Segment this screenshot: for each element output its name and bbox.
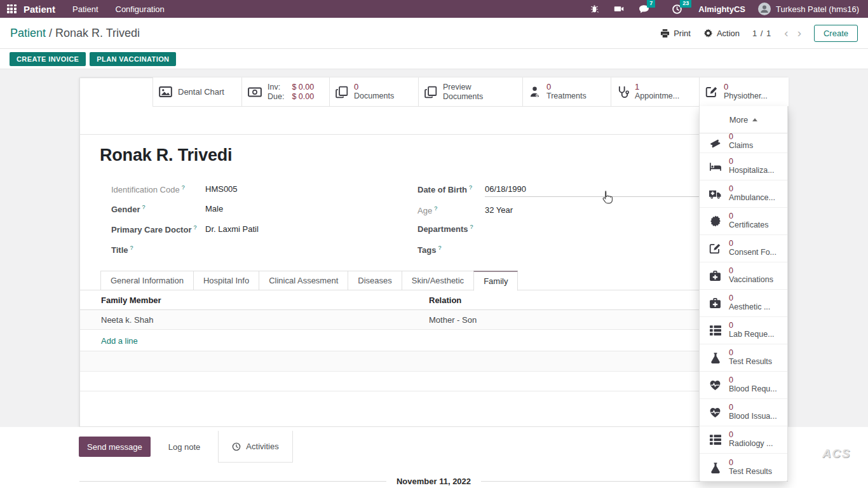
more-toggle-button[interactable]: More <box>700 106 787 133</box>
help-icon: ? <box>130 245 133 251</box>
pager-nav: ‹ › <box>784 29 801 37</box>
bed-icon <box>709 162 722 172</box>
more-item-consent-forms[interactable]: 0Consent Fo... <box>700 235 787 262</box>
field-label-age: Age? <box>417 205 437 215</box>
field-label-tags: Tags? <box>417 245 441 255</box>
tab-family[interactable]: Family <box>473 271 518 291</box>
appointments-button[interactable]: 1 Appointme... <box>611 78 699 107</box>
pager-next-icon[interactable]: › <box>797 29 801 37</box>
caret-up-icon <box>752 118 757 121</box>
stat-button-box: Dental Chart Inv:$ 0.00 Due:$ 0.00 0 Doc… <box>153 78 788 107</box>
activities-clock-icon[interactable]: 23 <box>672 4 682 15</box>
ambulance-icon <box>709 189 722 200</box>
app-name[interactable]: Patient <box>24 4 55 15</box>
treatments-label: Treatments <box>546 92 587 101</box>
more-item-blood-issuance[interactable]: 0Blood Issua... <box>700 399 787 426</box>
more-item-test-results[interactable]: 0Test Results <box>700 344 787 372</box>
preview-documents-button[interactable]: Preview Documents <box>418 78 522 107</box>
add-a-line-link[interactable]: Add a line <box>101 336 138 346</box>
tab-hospital-info[interactable]: Hospital Info <box>193 271 259 290</box>
field-value-primary-care-doctor[interactable]: Dr. Laxmi Patil <box>205 224 259 234</box>
messages-icon[interactable]: 7 <box>639 4 649 15</box>
family-table-row[interactable]: Neeta k. Shah Mother - Son <box>80 310 787 330</box>
more-item-test-results-2[interactable]: 0Test Results <box>700 454 787 481</box>
menu-patient[interactable]: Patient <box>72 4 98 14</box>
list-icon <box>709 325 722 336</box>
cell-relation[interactable]: Mother - Son <box>429 315 477 325</box>
menu-configuration[interactable]: Configuration <box>116 4 165 14</box>
appointments-count: 1 <box>635 83 679 92</box>
more-item-lab-requests[interactable]: 0Lab Reque... <box>700 317 787 344</box>
video-camera-icon[interactable] <box>614 4 624 14</box>
more-item-radiology[interactable]: 0Radiology ... <box>700 426 787 454</box>
column-family-member[interactable]: Family Member <box>101 295 161 305</box>
patient-form-page: { "colors": { "brand_purple": "#64405a",… <box>0 0 868 488</box>
schedule-activity-button[interactable]: Activities <box>218 431 292 463</box>
heartbeat-icon <box>709 380 722 391</box>
button-box-divider <box>80 134 787 135</box>
more-item-certificates[interactable]: 0Certificates <box>700 208 787 235</box>
help-icon: ? <box>469 184 472 191</box>
treatments-count: 0 <box>546 83 587 92</box>
family-table-header: Family Member Relation <box>80 290 787 310</box>
image-icon <box>159 85 172 98</box>
user-menu[interactable]: Turkesh Patel (hms16) <box>776 4 859 14</box>
physiotherapy-label: Physiother... <box>724 92 768 101</box>
date-divider-label: November 11, 2022 <box>397 477 471 486</box>
field-label-title: Title? <box>111 245 133 255</box>
tab-diseases[interactable]: Diseases <box>348 271 402 290</box>
control-panel: Patient / Ronak R. Trivedi Print Action … <box>0 18 868 49</box>
empty-table-row <box>80 372 787 391</box>
physiotherapy-button[interactable]: 0 Physiother... <box>699 78 789 107</box>
tab-clinical-assesment[interactable]: Clinical Assesment <box>259 271 348 290</box>
send-message-button[interactable]: Send message <box>79 437 151 457</box>
add-line-row: Add a line <box>80 330 787 351</box>
cell-family-member[interactable]: Neeta k. Shah <box>101 315 153 325</box>
certificate-seal-icon <box>709 215 722 227</box>
tab-skin-aesthetic[interactable]: Skin/Aesthetic <box>402 271 474 290</box>
column-relation[interactable]: Relation <box>429 295 461 305</box>
user-avatar[interactable] <box>758 3 771 15</box>
log-note-button[interactable]: Log note <box>151 431 219 463</box>
more-item-hospitalization[interactable]: 0Hospitaliza... <box>700 153 787 180</box>
more-item-ambulance[interactable]: 0Ambulance... <box>700 180 787 208</box>
field-value-identification-code: HMS005 <box>205 184 238 194</box>
more-item-vaccinations[interactable]: 0Vaccinations <box>700 262 787 290</box>
plan-vaccination-button[interactable]: PLAN VACCINATION <box>90 52 176 66</box>
pager-prev-icon[interactable]: ‹ <box>784 29 788 37</box>
tab-general-information[interactable]: General Information <box>100 271 194 290</box>
create-invoice-button[interactable]: CREATE INVOICE <box>10 52 86 66</box>
field-label-primary-care-doctor: Primary Care Doctor? <box>111 224 196 234</box>
create-button[interactable]: Create <box>814 25 858 42</box>
documents-button[interactable]: 0 Documents <box>329 78 418 107</box>
treatments-button[interactable]: 0 Treatments <box>522 78 611 107</box>
field-label-identification-code: Identification Code? <box>111 184 185 194</box>
preview-documents-label-2: Documents <box>443 92 483 102</box>
more-item-aesthetic[interactable]: 0Aesthetic ... <box>700 290 787 317</box>
print-button[interactable]: Print <box>660 29 691 38</box>
more-item-claims[interactable]: 0Claims <box>700 133 787 153</box>
field-label-date-of-birth: Date of Birth? <box>417 184 472 194</box>
acs-watermark: ACS <box>822 447 851 461</box>
more-dropdown-panel: More 0Claims 0Hospitaliza... 0Ambulance.… <box>699 106 788 482</box>
breadcrumb-parent-link[interactable]: Patient <box>10 27 46 39</box>
apps-grid-icon[interactable] <box>7 4 17 14</box>
debug-bug-icon[interactable] <box>590 4 599 14</box>
breadcrumb-current: Ronak R. Trivedi <box>55 27 140 39</box>
notebook-tabs: General Information Hospital Info Clinic… <box>80 271 787 290</box>
field-value-gender[interactable]: Male <box>205 204 223 214</box>
help-icon: ? <box>193 224 196 231</box>
field-value-age: 32 Year <box>485 205 513 215</box>
more-item-blood-requests[interactable]: 0Blood Requ... <box>700 372 787 399</box>
field-label-gender: Gender? <box>111 204 146 214</box>
action-menu-button[interactable]: Action <box>703 29 740 38</box>
field-input-date-of-birth[interactable]: 06/18/1990 <box>485 184 526 194</box>
invoice-due-button[interactable]: Inv:$ 0.00 Due:$ 0.00 <box>241 78 329 107</box>
message-date-divider: November 11, 2022 <box>79 477 788 486</box>
company-switcher[interactable]: AlmightyCS <box>698 4 745 14</box>
dental-chart-button[interactable]: Dental Chart <box>153 78 241 107</box>
ticket-icon <box>709 137 722 149</box>
documents-count: 0 <box>354 83 394 92</box>
dental-chart-label: Dental Chart <box>178 87 224 97</box>
breadcrumb-separator: / <box>46 27 55 39</box>
